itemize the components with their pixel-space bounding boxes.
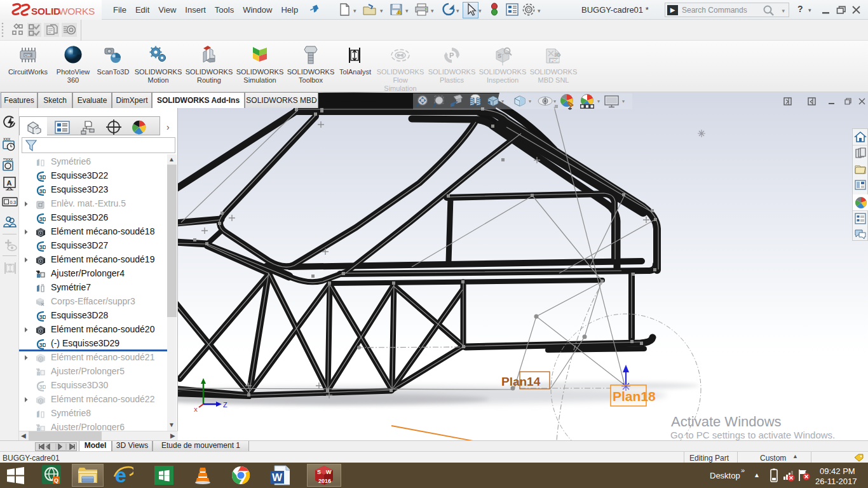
svg-text:Plan18: Plan18 [613, 389, 656, 403]
svg-text:S: S [317, 469, 321, 475]
svg-text:3D: 3D [554, 52, 560, 58]
svg-text:X: X [194, 407, 198, 413]
svg-text:S: S [498, 53, 501, 59]
svg-text:A: A [7, 179, 12, 187]
svg-text:WORKS: WORKS [58, 6, 95, 17]
svg-text:SOLID: SOLID [31, 6, 60, 17]
svg-text:Q: Q [54, 477, 58, 484]
svg-text:W: W [272, 471, 283, 484]
svg-text:!: ! [398, 11, 400, 15]
svg-text:2016: 2016 [318, 478, 331, 484]
svg-text:Z: Z [223, 401, 227, 409]
svg-text:P: P [449, 51, 454, 59]
svg-text:PDF: PDF [550, 58, 560, 63]
svg-text:0.3: 0.3 [10, 200, 17, 205]
svg-text:Plan14: Plan14 [501, 375, 541, 388]
svg-text:W: W [326, 469, 332, 475]
svg-text:CW: CW [24, 53, 31, 57]
